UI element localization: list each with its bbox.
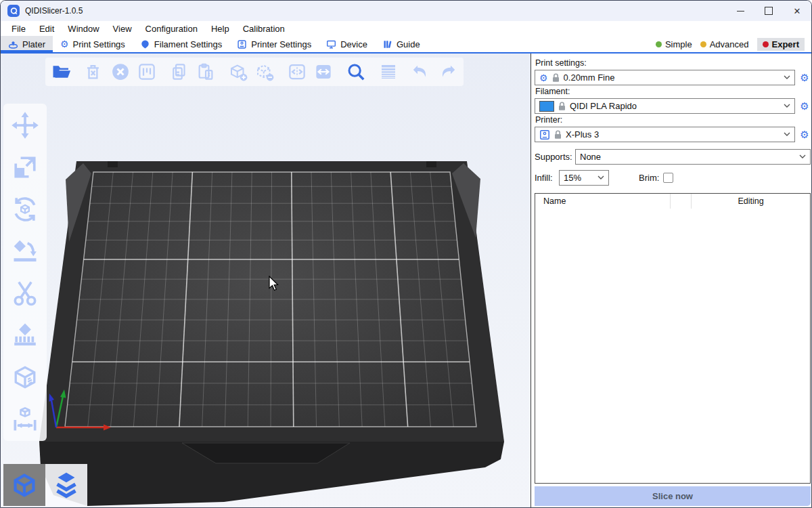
chevron-down-icon (597, 175, 604, 180)
main-toolbar (45, 58, 464, 86)
tab-filament-settings[interactable]: Filament Settings (133, 36, 229, 52)
view-mode-toggles (3, 464, 87, 506)
mode-selector: Simple Advanced Expert (656, 36, 811, 52)
filament-icon (140, 39, 150, 49)
variable-layer-height-icon[interactable] (378, 62, 399, 82)
supports-value: None (580, 152, 795, 162)
column-editing: Editing (692, 194, 810, 209)
object-list-header: Name Editing (535, 194, 810, 209)
rotate-icon[interactable] (10, 194, 40, 224)
menu-file[interactable]: File (5, 24, 32, 34)
infill-label: Infill: (535, 173, 559, 183)
mode-expert[interactable]: Expert (757, 38, 805, 51)
mode-simple[interactable]: Simple (656, 39, 692, 49)
column-name: Name (535, 194, 671, 209)
menu-bar: File Edit Window View Configuration Help… (1, 21, 811, 36)
remove-instance-icon[interactable] (254, 62, 275, 82)
build-plate (1, 54, 531, 508)
lock-icon (554, 130, 562, 140)
chevron-down-icon (784, 75, 790, 80)
infill-value: 15% (564, 173, 593, 183)
arrange-icon[interactable] (137, 62, 157, 82)
infill-combo[interactable]: 15% (559, 170, 609, 186)
print-settings-gear-button[interactable]: ⚙ (798, 72, 811, 83)
printer-icon (539, 129, 550, 140)
delete-icon[interactable] (84, 62, 104, 82)
lock-icon (558, 102, 566, 111)
undo-icon[interactable] (411, 62, 431, 82)
maximize-button[interactable] (754, 1, 783, 21)
tab-device[interactable]: Device (319, 36, 375, 52)
brim-checkbox[interactable] (663, 173, 673, 183)
column-extruder (671, 194, 692, 209)
editor-view-toggle[interactable] (3, 464, 45, 506)
tab-plater[interactable]: Plater (1, 36, 53, 52)
right-sidebar: Print settings: ⚙ 0.20mm Fine ⚙ Filament… (531, 54, 812, 508)
redo-icon[interactable] (437, 62, 457, 82)
printer-value: X-Plus 3 (566, 129, 780, 140)
close-button[interactable]: ✕ (783, 1, 811, 21)
plater-icon (8, 39, 18, 49)
scale-icon[interactable] (10, 152, 40, 182)
mode-advanced[interactable]: Advanced (700, 39, 749, 49)
menu-view[interactable]: View (106, 24, 139, 34)
gear-icon: ⚙ (539, 73, 548, 83)
cut-icon[interactable] (10, 278, 40, 308)
layers-icon (51, 469, 82, 501)
printer-label: Printer: (535, 115, 811, 125)
filament-label: Filament: (535, 87, 811, 96)
lock-icon (552, 73, 560, 83)
chevron-down-icon (784, 104, 790, 108)
print-settings-label: Print settings: (535, 58, 811, 68)
copy-icon[interactable] (169, 62, 189, 82)
tab-bar: Plater ⚙ Print Settings Filament Setting… (1, 36, 811, 54)
titlebar: QIDISlicer-1.0.5 ✕ (1, 1, 811, 21)
printer-gear-button[interactable]: ⚙ (798, 129, 811, 140)
paste-icon[interactable] (196, 62, 216, 82)
tab-guide[interactable]: Guide (375, 36, 428, 52)
open-file-icon[interactable] (51, 62, 72, 82)
add-instance-icon[interactable] (228, 62, 248, 82)
menu-window[interactable]: Window (61, 24, 106, 34)
gear-icon: ⚙ (60, 39, 69, 49)
viewport-3d[interactable] (1, 54, 531, 508)
filament-combo[interactable]: QIDI PLA Rapido (535, 98, 795, 114)
cube-icon (9, 469, 40, 501)
supports-combo[interactable]: None (575, 149, 811, 165)
object-list-body[interactable] (535, 209, 810, 483)
tab-printer-settings[interactable]: Printer Settings (229, 36, 319, 52)
chevron-down-icon (784, 132, 790, 137)
supports-label: Supports: (535, 152, 575, 162)
printer-icon (237, 39, 247, 49)
app-window: QIDISlicer-1.0.5 ✕ File Edit Window View… (0, 0, 812, 508)
move-icon[interactable] (10, 110, 40, 140)
chevron-down-icon (799, 154, 806, 159)
object-list: Name Editing (535, 193, 811, 484)
guide-icon (382, 39, 392, 49)
preview-toggle[interactable] (45, 464, 87, 506)
slice-now-button[interactable]: Slice now (535, 486, 811, 506)
expert-dot-icon (763, 41, 769, 47)
menu-configuration[interactable]: Configuration (139, 24, 204, 34)
place-on-face-icon[interactable] (10, 236, 40, 266)
left-tool-palette (3, 104, 47, 441)
delete-all-icon[interactable] (110, 62, 131, 82)
filament-value: QIDI PLA Rapido (570, 101, 780, 111)
app-logo-icon (7, 5, 20, 17)
seam-painting-icon[interactable] (10, 362, 40, 392)
paint-on-supports-icon[interactable] (10, 320, 40, 350)
tab-print-settings[interactable]: ⚙ Print Settings (53, 36, 133, 52)
measure-icon[interactable] (10, 404, 40, 434)
print-settings-combo[interactable]: ⚙ 0.20mm Fine (535, 70, 795, 85)
filament-gear-button[interactable]: ⚙ (798, 101, 811, 111)
minimize-button[interactable] (726, 1, 754, 21)
menu-help[interactable]: Help (204, 24, 236, 34)
search-icon[interactable] (346, 62, 366, 82)
printer-combo[interactable]: X-Plus 3 (535, 127, 795, 142)
split-to-objects-icon[interactable] (287, 62, 307, 82)
print-settings-value: 0.20mm Fine (564, 72, 780, 83)
menu-edit[interactable]: Edit (32, 24, 61, 34)
menu-calibration[interactable]: Calibration (236, 24, 292, 34)
split-to-parts-icon[interactable] (313, 62, 334, 82)
simple-dot-icon (656, 41, 662, 47)
